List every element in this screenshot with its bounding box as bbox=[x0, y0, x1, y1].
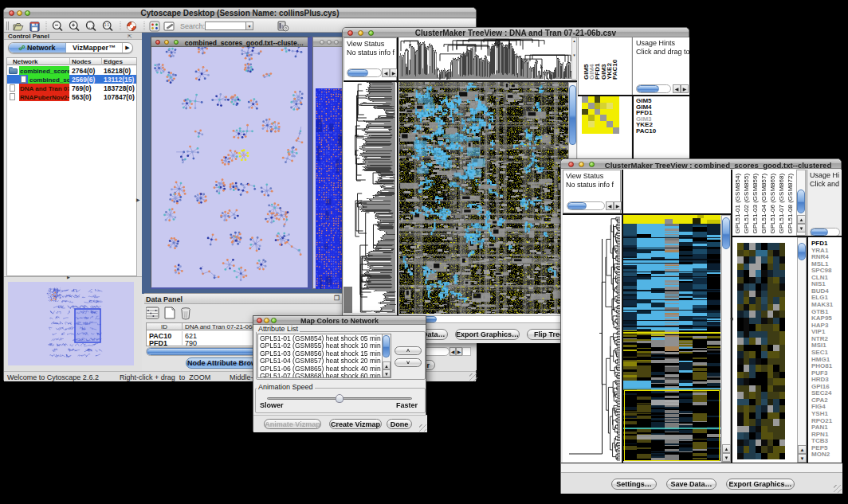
svg-text:1:1: 1:1 bbox=[104, 23, 110, 27]
